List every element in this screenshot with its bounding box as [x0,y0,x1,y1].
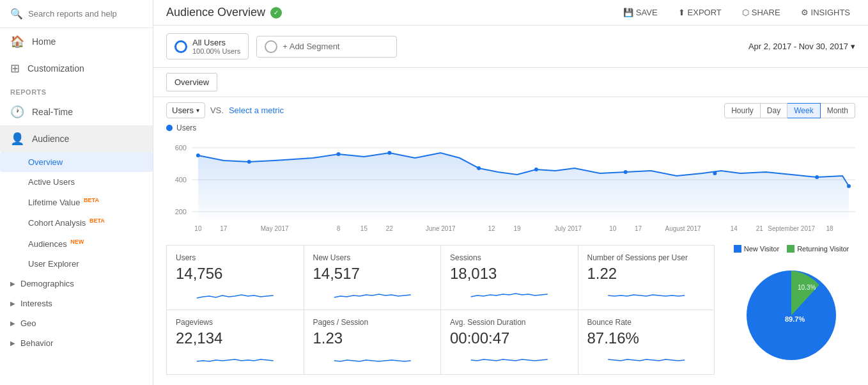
time-btn-week[interactable]: Week [787,103,820,118]
top-bar-actions: 💾 SAVE ⬆ EXPORT ⬡ SHARE ⚙ INSIGHTS [618,5,855,20]
sparkline-new-users [313,287,432,302]
stats-grid: Users 14,756 New Users 14,517 Sessions 1… [166,245,715,375]
insights-button[interactable]: ⚙ INSIGHTS [796,5,855,20]
sidebar: 🔍 🏠 Home ⊞ Customization REPORTS 🕐 Real-… [0,0,153,385]
pie-chart-area: New Visitor Returning Visitor 89.7% 10.3… [715,245,855,375]
time-btn-month[interactable]: Month [821,103,855,118]
save-button[interactable]: 💾 SAVE [618,5,663,20]
audience-icon: 👤 [10,132,24,146]
sparkline-users [176,287,295,302]
stats-area: Users 14,756 New Users 14,517 Sessions 1… [153,237,868,382]
page-title: Audience Overview ✓ [166,6,282,19]
svg-text:June 2017: June 2017 [426,225,456,232]
stat-bounce-rate: Bounce Rate 87.16% [578,310,715,375]
time-buttons: Hourly Day Week Month [724,103,855,118]
customization-icon: ⊞ [10,61,20,75]
sidebar-item-realtime[interactable]: 🕐 Real-Time [0,98,153,125]
sidebar-section-interests[interactable]: ▶ Interests [0,294,153,313]
select-metric-link[interactable]: Select a metric [229,106,284,115]
sidebar-section-demographics[interactable]: ▶ Demographics [0,274,153,294]
beta-badge-2: BETA [89,217,105,224]
stat-sessions-per-user: Number of Sessions per User 1.22 [578,245,715,310]
main-content: Audience Overview ✓ 💾 SAVE ⬆ EXPORT ⬡ SH… [153,0,868,385]
top-bar: Audience Overview ✓ 💾 SAVE ⬆ EXPORT ⬡ SH… [153,0,868,26]
insights-icon: ⚙ [801,8,809,17]
chart-legend: Users [166,123,855,132]
realtime-icon: 🕐 [10,105,24,119]
pie-returning-label: 10.3% [798,284,816,291]
chart-dot-4 [477,166,481,170]
sidebar-section-behavior[interactable]: ▶ Behavior [0,333,153,353]
svg-text:18: 18 [826,225,834,232]
sidebar-item-audience[interactable]: 👤 Audience [0,125,153,152]
pie-chart-svg: 89.7% 10.3% [734,258,849,373]
add-segment-button[interactable]: + Add Segment [256,36,397,58]
export-button[interactable]: ⬆ EXPORT [673,5,727,20]
sparkline-sessions-per-user [587,287,706,302]
stat-users: Users 14,756 [166,245,304,310]
chart-dot-3 [387,151,391,155]
svg-text:May 2017: May 2017 [261,225,289,232]
line-chart-svg: 600 400 200 10 17 [166,135,855,237]
svg-text:10: 10 [609,225,617,232]
chart-dot-9 [847,184,851,188]
sidebar-sub-overview[interactable]: Overview [0,152,153,172]
legend-new-visitor: New Visitor [734,245,779,253]
tab-overview[interactable]: Overview [166,73,217,91]
sidebar-realtime-label: Real-Time [32,107,73,117]
sidebar-item-home[interactable]: 🏠 Home [0,28,153,55]
sidebar-home-label: Home [32,36,56,47]
stat-pageviews: Pageviews 22,134 [166,310,304,375]
sidebar-audience-label: Audience [32,134,69,144]
search-input[interactable] [28,9,143,19]
sidebar-sub-lifetime-value[interactable]: Lifetime Value BETA [0,192,153,212]
interests-arrow: ▶ [10,300,15,307]
chart-area: Users 600 400 200 [153,123,868,237]
svg-text:19: 19 [513,225,521,232]
legend-dot [166,125,173,131]
time-btn-day[interactable]: Day [761,103,787,118]
svg-text:August 2017: August 2017 [665,225,701,232]
dropdown-arrow: ▾ [196,107,199,114]
chart-dot-5 [534,168,538,171]
chart-controls: Users ▾ VS. Select a metric Hourly Day W… [153,97,868,123]
metric-dropdown[interactable]: Users ▾ [166,102,205,118]
date-range-picker[interactable]: Apr 2, 2017 - Nov 30, 2017 ▾ [748,42,855,51]
sidebar-section-geo[interactable]: ▶ Geo [0,313,153,333]
svg-text:600: 600 [175,144,187,152]
all-users-segment[interactable]: All Users 100.00% Users [166,33,249,59]
sparkline-sessions [450,287,569,302]
home-icon: 🏠 [10,35,24,49]
sidebar-sub-audiences[interactable]: Audiences NEW [0,233,153,254]
stat-sessions: Sessions 18,013 [440,245,578,310]
chart-dot-2 [337,152,341,156]
svg-text:8: 8 [337,225,341,232]
search-icon: 🔍 [10,8,23,20]
svg-text:22: 22 [386,225,394,232]
svg-text:15: 15 [360,225,368,232]
svg-text:400: 400 [175,176,187,184]
time-btn-hourly[interactable]: Hourly [724,103,761,118]
chart-dot-0 [196,153,200,157]
pie-new-label: 89.7% [785,315,805,323]
sidebar-sub-cohort-analysis[interactable]: Cohort Analysis BETA [0,212,153,233]
behavior-arrow: ▶ [10,340,15,347]
search-bar[interactable]: 🔍 [0,0,153,28]
returning-visitor-color [787,245,794,253]
sidebar-sub-user-explorer[interactable]: User Explorer [0,254,153,274]
sidebar-item-customization[interactable]: ⊞ Customization [0,55,153,82]
chart-dot-6 [624,170,628,174]
svg-text:July 2017: July 2017 [554,225,582,232]
new-badge: NEW [70,239,84,245]
sidebar-sub-active-users[interactable]: Active Users [0,172,153,192]
svg-text:17: 17 [635,225,642,232]
segment-circle-icon [174,40,187,53]
geo-arrow: ▶ [10,320,15,327]
sidebar-customization-label: Customization [27,63,84,74]
share-icon: ⬡ [742,8,749,17]
add-segment-icon [265,40,277,53]
chart-dot-8 [815,175,819,179]
overview-tab-row: Overview [153,68,868,97]
demographics-arrow: ▶ [10,280,15,287]
share-button[interactable]: ⬡ SHARE [737,5,786,20]
